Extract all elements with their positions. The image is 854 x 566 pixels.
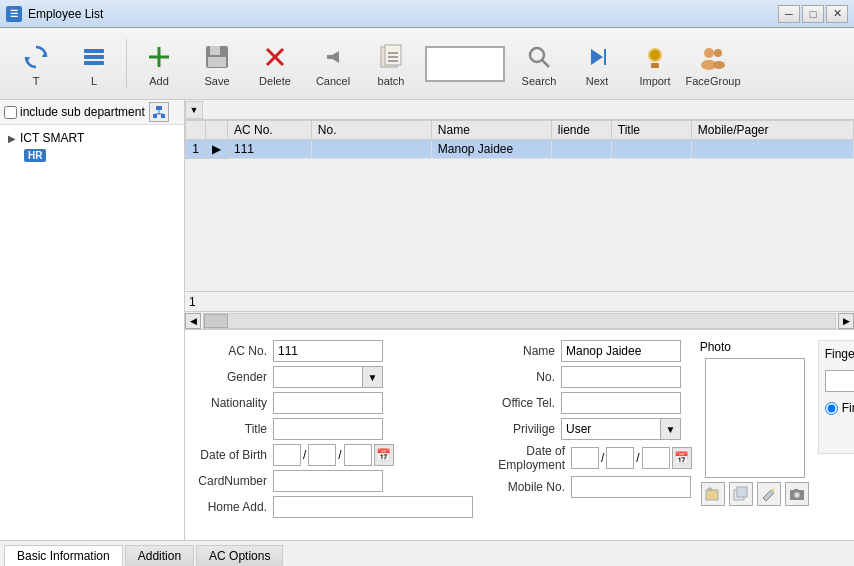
row-index: 1 [186, 140, 206, 159]
svg-rect-10 [327, 55, 333, 59]
privilege-input[interactable] [561, 418, 661, 440]
sidebar-item-hr[interactable]: HR [4, 147, 180, 164]
sidebar-item-ict-smart[interactable]: ▶ ICT SMART [4, 129, 180, 147]
delete-label: Delete [259, 75, 291, 87]
list-button[interactable]: L [66, 32, 122, 96]
svg-rect-21 [651, 63, 659, 68]
title-row: Title [193, 418, 473, 440]
doe-month[interactable] [606, 447, 634, 469]
privilege-dropdown-arrow[interactable]: ▼ [661, 418, 681, 440]
refresh-button[interactable]: T [8, 32, 64, 96]
tab-basic-information[interactable]: Basic Information [4, 545, 123, 566]
minimize-button[interactable]: ─ [778, 5, 800, 23]
fp-device-input[interactable] [825, 370, 854, 392]
home-add-input[interactable] [273, 496, 473, 518]
gender-dropdown-arrow[interactable]: ▼ [363, 366, 383, 388]
save-button[interactable]: Save [189, 32, 245, 96]
delete-button[interactable]: Delete [247, 32, 303, 96]
next-button[interactable]: Next [569, 32, 625, 96]
hscroll-left-button[interactable]: ◀ [185, 313, 201, 329]
org-chart-button[interactable] [149, 102, 169, 122]
col-header-mobile[interactable]: Mobile/Pager [691, 121, 853, 140]
fp-radio-fingerprint[interactable]: Fingerprint device [825, 401, 854, 415]
photo-edit-button[interactable] [757, 482, 781, 506]
import-button[interactable]: Import [627, 32, 683, 96]
dob-year[interactable] [344, 444, 372, 466]
form-photo-col: Photo [700, 340, 810, 522]
doe-year[interactable] [642, 447, 670, 469]
nationality-row: Nationality [193, 392, 473, 414]
card-number-row: CardNumber [193, 470, 473, 492]
photo-camera-button[interactable] [785, 482, 809, 506]
list-icon [78, 41, 110, 73]
cancel-icon [317, 41, 349, 73]
hscroll-right-button[interactable]: ▶ [838, 313, 854, 329]
cell-no [311, 140, 431, 159]
add-button[interactable]: Add [131, 32, 187, 96]
search-label: Search [522, 75, 557, 87]
office-tel-input[interactable] [561, 392, 681, 414]
tab-ac-options[interactable]: AC Options [196, 545, 283, 566]
col-header-name[interactable]: Name [431, 121, 551, 140]
fp-radio-fingerprint-label: Fingerprint device [842, 401, 854, 415]
col-header-title[interactable]: Title [611, 121, 691, 140]
doe-calendar-button[interactable]: 📅 [672, 447, 692, 469]
table-scroll[interactable]: AC No. No. Name liende Title Mobile/Page… [185, 120, 854, 291]
close-button[interactable]: ✕ [826, 5, 848, 23]
table-row[interactable]: 1 ▶ 111 Manop Jaidee [186, 140, 854, 159]
hscroll-track[interactable] [203, 313, 836, 329]
save-label: Save [204, 75, 229, 87]
table-nav-arrow[interactable]: ▼ [185, 101, 203, 119]
include-sub-input[interactable] [4, 106, 17, 119]
col-header-ac-no[interactable]: AC No. [228, 121, 312, 140]
title-input[interactable] [273, 418, 383, 440]
dob-day[interactable] [273, 444, 301, 466]
employee-table: AC No. No. Name liende Title Mobile/Page… [185, 120, 854, 159]
title-bar: ☰ Employee List ─ □ ✕ [0, 0, 854, 28]
table-hscroll[interactable]: ◀ ▶ [185, 311, 854, 329]
col-header-no[interactable]: No. [311, 121, 431, 140]
no-input[interactable] [561, 366, 681, 388]
form-left-col: AC No. Gender ▼ Nationality [193, 340, 473, 522]
tab-addition-label: Addition [138, 549, 181, 563]
search-box[interactable] [425, 46, 505, 82]
gender-input[interactable] [273, 366, 363, 388]
col-header-iende[interactable]: liende [551, 121, 611, 140]
fp-device-row: ▼ Connect Device [825, 367, 854, 395]
doe-day[interactable] [571, 447, 599, 469]
fp-device-combo: ▼ [825, 370, 854, 392]
svg-rect-1 [84, 55, 104, 59]
photo-copy-button[interactable] [729, 482, 753, 506]
cell-iende [551, 140, 611, 159]
mobile-no-input[interactable] [571, 476, 691, 498]
card-number-input[interactable] [273, 470, 383, 492]
svg-point-16 [530, 48, 544, 62]
cancel-button[interactable]: Cancel [305, 32, 361, 96]
ac-no-input[interactable] [273, 340, 383, 362]
name-input[interactable] [561, 340, 681, 362]
card-number-label: CardNumber [193, 474, 273, 488]
delete-icon [259, 41, 291, 73]
batch-button[interactable]: batch [363, 32, 419, 96]
table-area: ▼ AC No. No. Name liende Title Mobile/P [185, 100, 854, 330]
dob-calendar-button[interactable]: 📅 [374, 444, 394, 466]
facegroup-button[interactable]: FaceGroup [685, 32, 741, 96]
include-sub-checkbox[interactable]: include sub department [4, 105, 145, 119]
fp-radio-fingerprint-input[interactable] [825, 402, 838, 415]
search-button[interactable]: Search [511, 32, 567, 96]
tab-addition[interactable]: Addition [125, 545, 194, 566]
svg-point-22 [704, 48, 714, 58]
tab-bar: Basic Information Addition AC Options [0, 540, 854, 566]
photo-section: Photo [700, 340, 810, 506]
cell-name: Manop Jaidee [431, 140, 551, 159]
svg-rect-12 [385, 45, 401, 65]
photo-open-button[interactable] [701, 482, 725, 506]
col-header-arrow [206, 121, 228, 140]
svg-rect-0 [84, 49, 104, 53]
maximize-button[interactable]: □ [802, 5, 824, 23]
toolbar: T L Add Save [0, 28, 854, 100]
ac-no-row: AC No. [193, 340, 473, 362]
nationality-input[interactable] [273, 392, 383, 414]
dob-month[interactable] [308, 444, 336, 466]
hscroll-thumb[interactable] [204, 314, 228, 328]
